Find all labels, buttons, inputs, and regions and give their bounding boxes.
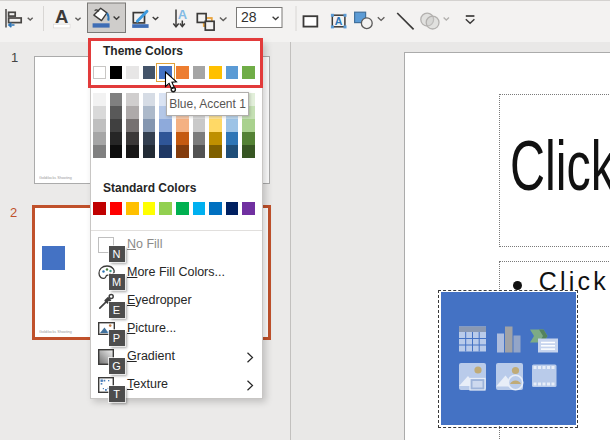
svg-text:A: A: [55, 6, 68, 27]
svg-text:A: A: [178, 7, 188, 22]
svg-text:28: 28: [241, 9, 257, 25]
svg-text:A: A: [335, 15, 343, 27]
